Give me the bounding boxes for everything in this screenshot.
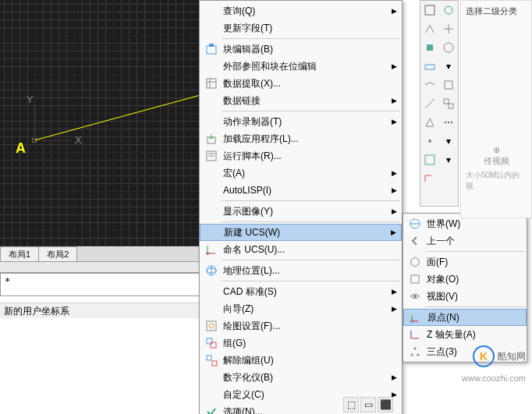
tool-icon[interactable]: [420, 76, 439, 94]
tool-icon[interactable]: [420, 57, 439, 76]
tool-icon[interactable]: [439, 76, 458, 94]
ucs-submenu-item-3[interactable]: 面(F): [403, 253, 527, 271]
submenu-arrow-icon: ▶: [392, 288, 397, 295]
panel-header[interactable]: 选择二级分类: [464, 4, 528, 19]
tools-menu-item-14[interactable]: 显示图像(Y)▶: [200, 203, 402, 220]
svg-rect-40: [425, 65, 434, 69]
tool-icon[interactable]: [420, 169, 439, 188]
menu-label: 视图(V): [427, 290, 511, 303]
tools-menu-item-21[interactable]: CAD 标准(S)▶: [200, 283, 402, 300]
zaxis-icon: [406, 327, 424, 341]
y-label: Y: [27, 94, 34, 105]
svg-marker-45: [426, 119, 434, 126]
command-line[interactable]: *: [0, 273, 204, 296]
menu-label: 块编辑器(B): [223, 43, 386, 56]
svg-rect-43: [444, 99, 449, 104]
tools-menu-item-24[interactable]: 组(G): [200, 334, 402, 352]
tools-menu-item-23[interactable]: 绘图设置(F)...: [200, 317, 402, 334]
submenu-arrow-icon: ▶: [392, 62, 397, 70]
submenu-arrow-icon: ▶: [392, 373, 397, 381]
svg-point-32: [417, 354, 420, 356]
tool-icon[interactable]: ▾: [439, 57, 458, 76]
tools-menu-item-3[interactable]: 块编辑器(B): [200, 41, 402, 58]
menu-separator: [425, 251, 525, 252]
blank-icon: [203, 21, 220, 35]
tools-menu-item-1[interactable]: 更新字段(T): [200, 19, 402, 37]
tools-menu-item-17[interactable]: 命名 UCS(U)...: [200, 241, 402, 258]
svg-rect-38: [427, 44, 433, 51]
tool-icon[interactable]: [420, 1, 439, 19]
spacer: [0, 262, 199, 273]
menu-label: 显示图像(Y): [223, 205, 386, 218]
tool-icon[interactable]: [439, 94, 458, 113]
tools-menu-item-6[interactable]: 数据链接▶: [200, 92, 402, 109]
bt-icon[interactable]: ▭: [360, 397, 376, 412]
obj-icon: [406, 272, 424, 286]
menu-separator: [222, 281, 400, 281]
view-icon: [406, 289, 424, 303]
construction-line: [34, 94, 206, 142]
menu-label: 向导(Z): [223, 303, 386, 316]
tool-icon[interactable]: [420, 38, 439, 57]
bt-icon[interactable]: ⬛: [378, 397, 393, 412]
tools-menu-item-12[interactable]: AutoLISP(I)▶: [200, 182, 402, 199]
svg-rect-44: [449, 104, 453, 108]
tools-menu-item-10[interactable]: 运行脚本(R)...: [200, 147, 402, 165]
tools-menu-item-19[interactable]: 地理位置(L)...: [200, 262, 402, 279]
blank-icon: [203, 59, 220, 73]
menu-label: 命名 UCS(U)...: [223, 243, 386, 257]
tools-menu-item-25[interactable]: 解除编组(U): [200, 352, 402, 369]
check-icon: [203, 405, 220, 414]
menu-label: 数据链接: [223, 94, 386, 108]
tool-icon[interactable]: [420, 150, 439, 169]
submenu-arrow-icon: ▶: [392, 186, 397, 194]
blank-icon: [203, 387, 220, 402]
menu-label: 地理位置(L)...: [223, 264, 386, 278]
tools-menu-item-8[interactable]: 动作录制器(T)▶: [200, 113, 402, 130]
tool-icon[interactable]: ▾: [439, 150, 458, 169]
face-icon: [406, 255, 424, 269]
data-icon: [203, 76, 220, 90]
tool-icon[interactable]: [439, 19, 458, 38]
drawing-canvas[interactable]: Y X A: [0, 0, 199, 253]
block-icon: [203, 42, 220, 56]
tool-icon[interactable]: [420, 113, 439, 132]
blank-icon: [203, 183, 220, 197]
menu-label: 数据提取(X)...: [223, 77, 386, 90]
ucs-submenu-item-8[interactable]: Z 轴矢量(A): [403, 326, 527, 343]
tools-menu-item-16[interactable]: 新建 UCS(W)▶: [200, 224, 402, 241]
tools-menu-item-0[interactable]: 查询(Q)▶: [200, 2, 402, 19]
ucs-submenu-item-1[interactable]: 上一个: [403, 232, 527, 249]
menu-separator: [425, 306, 525, 307]
menu-label: 数字化仪(B): [223, 371, 386, 384]
tool-icon[interactable]: ▾: [439, 132, 458, 150]
upload-video[interactable]: ⊕ 传视频: [464, 143, 528, 168]
tab-layout1[interactable]: 布局1: [0, 246, 39, 261]
menu-label: 面(F): [427, 256, 511, 269]
tools-menu-item-22[interactable]: 向导(Z)▶: [200, 300, 402, 317]
tool-icon[interactable]: [420, 94, 439, 113]
ucs-submenu-item-5[interactable]: 视图(V): [403, 288, 527, 305]
tools-menu-item-11[interactable]: 宏(A)▶: [200, 165, 402, 182]
watermark-logo: K: [473, 345, 495, 367]
tool-icon[interactable]: [420, 132, 439, 150]
menu-label: 绘图设置(F)...: [223, 320, 386, 333]
blank-icon: [204, 225, 221, 239]
tools-menu-item-5[interactable]: 数据提取(X)...: [200, 75, 402, 92]
menu-label: 世界(W): [427, 218, 511, 231]
ucs-submenu-item-7[interactable]: 原点(N): [403, 309, 527, 326]
tools-menu-item-4[interactable]: 外部参照和块在位编辑▶: [200, 58, 402, 75]
tools-menu-item-9[interactable]: 加载应用程序(L)...: [200, 130, 402, 147]
svg-rect-47: [425, 155, 434, 165]
tab-layout2[interactable]: 布局2: [38, 246, 77, 261]
submenu-arrow-icon: ▶: [392, 7, 397, 15]
ucs-submenu-item-4[interactable]: 对象(O): [403, 271, 527, 288]
menu-label: 加载应用程序(L)...: [223, 133, 386, 146]
tool-icon[interactable]: [439, 38, 458, 57]
tool-icon[interactable]: [420, 19, 439, 38]
tool-icon[interactable]: [439, 1, 458, 19]
tools-menu-item-26[interactable]: 数字化仪(B)▶: [200, 369, 402, 386]
tool-icon[interactable]: ⋯: [439, 113, 458, 132]
bt-icon[interactable]: ⬚: [343, 397, 359, 412]
menu-label: 上一个: [427, 235, 511, 248]
